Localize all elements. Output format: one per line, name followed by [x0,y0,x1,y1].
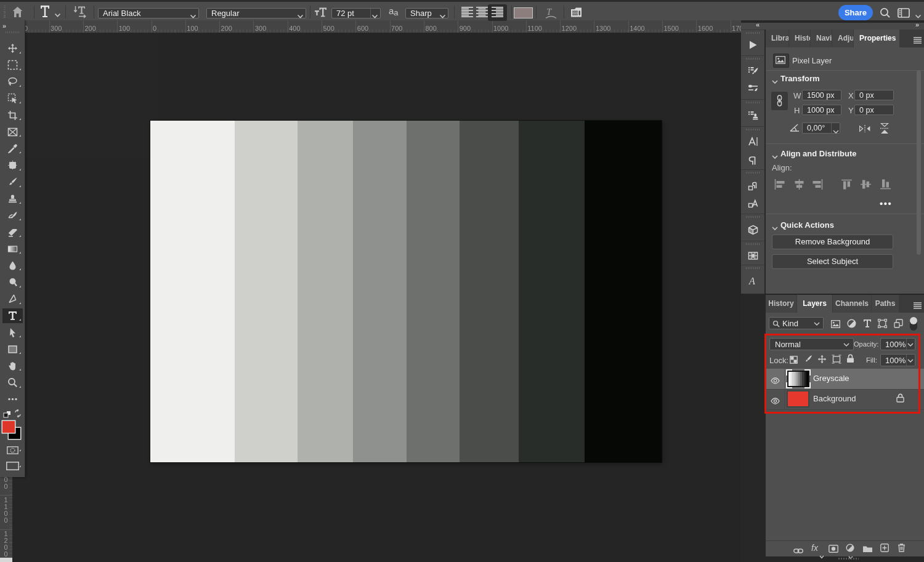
svg-text:T: T [546,7,553,17]
svg-text:A: A [748,276,755,286]
